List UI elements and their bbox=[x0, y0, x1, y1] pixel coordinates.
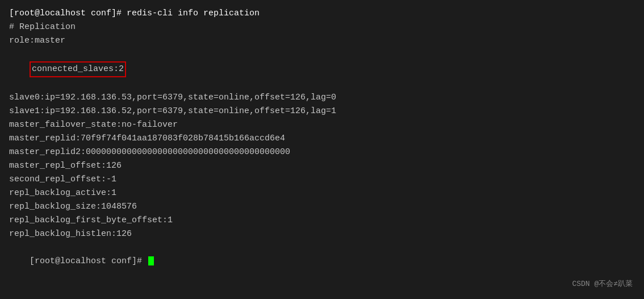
connected-slaves-highlight: connected_slaves:2 bbox=[30, 61, 126, 77]
connected-slaves-line: connected_slaves:2 bbox=[9, 48, 635, 91]
final-prompt-line: [root@localhost conf]# bbox=[9, 241, 635, 282]
backlog-first-line: repl_backlog_first_byte_offset:1 bbox=[9, 214, 635, 227]
replid2-line: master_replid2:0000000000000000000000000… bbox=[9, 146, 635, 159]
cursor bbox=[148, 256, 154, 265]
second-repl-offset-line: second_repl_offset:-1 bbox=[9, 173, 635, 186]
heading-line: # Replication bbox=[9, 20, 635, 34]
role-line: role:master bbox=[9, 34, 635, 48]
repl-offset-line: master_repl_offset:126 bbox=[9, 159, 635, 173]
command-line: [root@localhost conf]# redis-cli info re… bbox=[9, 7, 635, 20]
backlog-histlen-line: repl_backlog_histlen:126 bbox=[9, 227, 635, 241]
slave1-line: slave1:ip=192.168.136.52,port=6379,state… bbox=[9, 105, 635, 118]
prompt-text: [root@localhost conf]# bbox=[30, 256, 147, 266]
terminal-window: [root@localhost conf]# redis-cli info re… bbox=[0, 0, 644, 299]
failover-state-line: master_failover_state:no-failover bbox=[9, 118, 635, 132]
watermark: CSDN @不会≠趴菜 bbox=[572, 279, 633, 289]
slave0-line: slave0:ip=192.168.136.53,port=6379,state… bbox=[9, 91, 635, 105]
replid-line: master_replid:70f9f74f041aa187083f028b78… bbox=[9, 132, 635, 146]
backlog-size-line: repl_backlog_size:1048576 bbox=[9, 200, 635, 214]
backlog-active-line: repl_backlog_active:1 bbox=[9, 186, 635, 200]
